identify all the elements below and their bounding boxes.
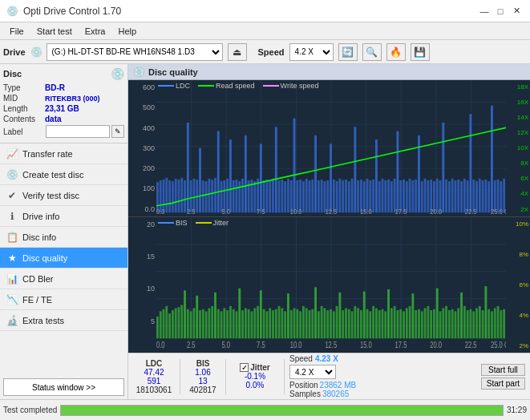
legend-bottom: BIS Jitter [158, 219, 229, 227]
svg-rect-56 [281, 180, 283, 212]
refresh-button[interactable]: 🔄 [338, 43, 358, 61]
svg-rect-235 [399, 309, 402, 338]
svg-rect-110 [445, 180, 447, 212]
svg-rect-170 [202, 309, 204, 338]
svg-rect-111 [448, 181, 451, 212]
svg-rect-219 [351, 311, 354, 338]
svg-rect-182 [238, 288, 241, 338]
sidebar-item-disc-info[interactable]: 📋 Disc info [0, 227, 127, 248]
menu-extra[interactable]: Extra [79, 25, 112, 38]
svg-rect-232 [390, 308, 393, 338]
menu-start-test[interactable]: Start test [30, 25, 79, 38]
scan-button[interactable]: 🔍 [362, 43, 382, 61]
svg-rect-236 [403, 311, 405, 338]
svg-rect-67 [314, 135, 317, 212]
sidebar-item-transfer-rate[interactable]: 📈 Transfer rate [0, 143, 127, 164]
drive-select[interactable]: (G:) HL-DT-ST BD-RE WH16NS48 1.D3 [47, 43, 223, 61]
drive-bar: Drive 💿 (G:) HL-DT-ST BD-RE WH16NS48 1.D… [0, 40, 530, 64]
svg-rect-24 [184, 180, 186, 212]
svg-rect-230 [384, 311, 386, 338]
svg-rect-223 [363, 291, 366, 338]
svg-rect-190 [263, 309, 265, 338]
sidebar-item-disc-quality[interactable]: ★ Disc quality [0, 248, 127, 269]
y-label-200: 200 [130, 164, 155, 172]
svg-rect-33 [211, 180, 213, 212]
stats-ldc-avg: 47.42 [144, 368, 164, 377]
main-area: Disc 💿 Type BD-R MID RITEKBR3 (000) Leng… [0, 64, 530, 399]
svg-rect-89 [382, 179, 384, 212]
sidebar-label-fe-te: FE / TE [22, 295, 52, 305]
chart-svg-bottom: 0.0 2.5 5.0 7.5 10.0 12.5 15.0 17.5 20.0… [156, 217, 506, 353]
stats-position-label: Position [289, 381, 318, 390]
sidebar-item-verify-test-disc[interactable]: ✔ Verify test disc [0, 185, 127, 206]
close-button[interactable]: ✕ [509, 4, 524, 18]
svg-rect-63 [302, 181, 305, 212]
save-button[interactable]: 💾 [411, 43, 430, 61]
y-label-6pct: 6% [508, 281, 528, 289]
svg-rect-262 [482, 310, 484, 338]
svg-rect-104 [427, 180, 429, 212]
maximize-button[interactable]: □ [493, 4, 508, 18]
minimize-button[interactable]: — [477, 4, 492, 18]
svg-rect-18 [165, 178, 168, 212]
svg-rect-180 [233, 309, 235, 338]
svg-text:25.0 GB: 25.0 GB [491, 208, 506, 216]
legend-write-speed-label: Write speed [281, 82, 319, 90]
menu-file[interactable]: File [3, 25, 30, 38]
jitter-check-row: ✓ Jitter [240, 363, 269, 372]
chart-header: 💿 Disc quality [128, 64, 530, 80]
svg-text:5.0: 5.0 [222, 208, 231, 216]
legend-jitter: Jitter [196, 219, 229, 227]
svg-rect-194 [275, 309, 277, 338]
stats-ldc-total: 18103061 [136, 386, 172, 394]
svg-rect-51 [265, 180, 268, 212]
svg-rect-123 [484, 180, 487, 212]
svg-rect-42 [238, 181, 241, 212]
sidebar-item-drive-info[interactable]: ℹ Drive info [0, 206, 127, 227]
speed-select-drive[interactable]: 4.2 X [289, 43, 334, 61]
disc-length-row: Length 23,31 GB [3, 104, 124, 113]
legend-ldc-color [158, 85, 174, 87]
disc-contents-value: data [45, 115, 62, 123]
eject-button[interactable]: ⏏ [228, 43, 247, 61]
start-full-button[interactable]: Start full [481, 364, 525, 376]
svg-rect-77 [345, 180, 347, 212]
burn-button[interactable]: 🔥 [386, 43, 406, 61]
svg-rect-221 [357, 308, 359, 338]
svg-rect-156 [160, 311, 162, 338]
jitter-checkbox[interactable]: ✓ [240, 363, 249, 372]
svg-text:7.5: 7.5 [257, 340, 265, 349]
svg-rect-220 [354, 305, 356, 337]
stats-bis-max: 13 [198, 377, 207, 386]
chart-title: Disc quality [148, 67, 198, 77]
svg-rect-233 [394, 305, 396, 337]
stats-bis-header: BIS [196, 359, 210, 368]
disc-label-input[interactable] [46, 125, 110, 138]
sidebar-item-create-test-disc[interactable]: 💿 Create test disc [0, 164, 127, 185]
svg-rect-64 [305, 179, 308, 212]
disc-label-button[interactable]: ✎ [111, 125, 124, 138]
speed-row: Speed 4.23 X [289, 354, 338, 363]
progress-bar [60, 405, 504, 416]
svg-rect-227 [375, 308, 378, 338]
title-bar-left: 💿 Opti Drive Control 1.70 [6, 6, 121, 17]
svg-rect-218 [348, 309, 350, 338]
sidebar-item-cd-bler[interactable]: 📊 CD Bler [0, 269, 127, 289]
svg-rect-184 [245, 308, 247, 338]
disc-quality-icon: ★ [6, 252, 18, 264]
stats-jitter-header: Jitter [250, 363, 269, 372]
menu-help[interactable]: Help [111, 25, 143, 38]
stats-speed-avg: 4.23 X [315, 354, 338, 363]
status-window-button[interactable]: Status window >> [3, 378, 124, 396]
title-bar-buttons: — □ ✕ [477, 4, 524, 18]
speed-select-stats[interactable]: 4.2 X [289, 365, 336, 379]
start-part-button[interactable]: Start part [481, 378, 525, 390]
svg-rect-225 [369, 311, 371, 338]
sidebar-label-cd-bler: CD Bler [22, 274, 54, 284]
svg-rect-21 [175, 179, 177, 212]
sidebar-item-extra-tests[interactable]: 🔬 Extra tests [0, 310, 127, 331]
create-test-disc-icon: 💿 [6, 169, 18, 180]
menu-bar: File Start test Extra Help [0, 22, 530, 40]
sidebar-item-fe-te[interactable]: 📉 FE / TE [0, 289, 127, 310]
svg-rect-244 [427, 305, 429, 337]
